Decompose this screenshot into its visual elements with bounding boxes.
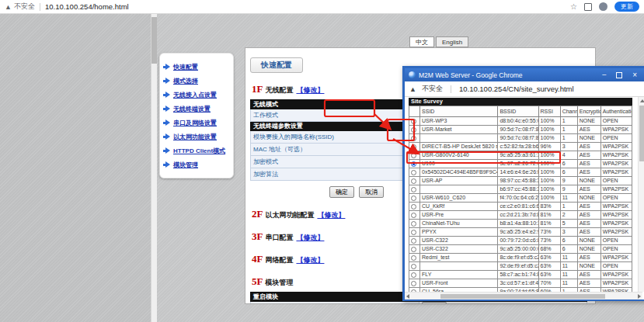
ok-button[interactable]: 确定 bbox=[329, 186, 354, 198]
popup-title: M2M Web Server - Google Chrome bbox=[419, 71, 523, 79]
divider bbox=[40, 3, 40, 11]
survey-row[interactable]: 90:5d:7c:08:f7:82100%1NONEOPEN bbox=[409, 134, 632, 143]
arrow-icon bbox=[163, 92, 171, 98]
address-url[interactable]: 10.10.100.254/home.html bbox=[45, 2, 129, 11]
tab-chinese[interactable]: 中文 bbox=[409, 36, 434, 47]
radio-unselected[interactable] bbox=[411, 281, 416, 286]
radio-unselected[interactable] bbox=[411, 255, 416, 261]
modify-link-serial[interactable]: 【修改】 bbox=[296, 233, 324, 243]
popup-addressbar: ▲ 不安全 10.10.100.254/CN/site_survey.html bbox=[405, 81, 644, 97]
cancel-button[interactable]: 取消 bbox=[359, 186, 384, 198]
scroll-left-arrow[interactable] bbox=[406, 294, 409, 299]
restart-button[interactable]: 重启 bbox=[422, 302, 447, 304]
radio-unselected[interactable] bbox=[411, 119, 416, 124]
survey-row[interactable]: Redmi_test8c:de:f9:ef:d5:c263%11AESWPA2P… bbox=[409, 254, 632, 262]
modify-link-ethernet[interactable]: 【修改】 bbox=[317, 210, 345, 220]
popup-horizontal-scrollbar[interactable] bbox=[405, 292, 642, 299]
col-authentication: Authentication bbox=[600, 106, 632, 117]
survey-row[interactable]: FLY58:c7:ac:b1:74:8663%11AESWPA2PSK bbox=[409, 271, 632, 279]
survey-row[interactable]: USR-Market90:5d:7c:08:f7:84100%1AESWPA2P… bbox=[409, 126, 632, 134]
scroll-right-arrow[interactable] bbox=[638, 294, 641, 299]
security-label: 不安全 bbox=[14, 2, 35, 12]
radio-unselected[interactable] bbox=[411, 178, 416, 184]
encryption-alg-label: 加密算法 bbox=[251, 168, 419, 181]
radio-unselected[interactable] bbox=[411, 196, 416, 201]
survey-row[interactable]: U1003c:67:a2:26:72:61100%6AESWPA2PSK bbox=[409, 160, 632, 168]
survey-row[interactable]: USR-Front3c:cd:57:e1:df:4770%11AESWPA2PS… bbox=[409, 279, 632, 288]
survey-row[interactable]: PPYX9c:a5:25:e4:e2:9473%3AESWPA2PSK bbox=[409, 228, 632, 237]
survey-row[interactable]: USR-C3229c:a5:25:00:00:0168%6NONEOPEN bbox=[409, 245, 632, 254]
radio-unselected[interactable] bbox=[411, 127, 416, 133]
survey-row[interactable]: USR-W610_C620f4:70:0c:64:c6:20100%11NONE… bbox=[409, 194, 632, 203]
modify-link-wireless[interactable]: 【修改】 bbox=[296, 85, 324, 95]
work-mode-label: 工作模式 bbox=[251, 109, 419, 122]
popup-titlebar[interactable]: M2M Web Server - Google Chrome – × bbox=[405, 68, 644, 81]
tab-english[interactable]: English bbox=[436, 36, 468, 47]
maximize-icon[interactable] bbox=[616, 72, 622, 78]
arrow-icon bbox=[163, 64, 171, 70]
modify-link-network[interactable]: 【修改】 bbox=[296, 255, 324, 265]
security-warning-icon: ▲ bbox=[5, 3, 12, 11]
scroll-up-arrow[interactable] bbox=[640, 99, 644, 102]
radio-unselected[interactable] bbox=[411, 144, 416, 150]
radio-unselected[interactable] bbox=[411, 170, 416, 175]
scrollbar-thumb[interactable] bbox=[639, 106, 644, 161]
survey-tbody: USR-WP3d8:b0:4c:e0:55:0c100%1NONEOPENUSR… bbox=[409, 117, 632, 300]
sidebar-item[interactable]: 无线接入点设置 bbox=[163, 88, 230, 102]
survey-row[interactable]: USR-AP98:97:cc:45:88:3d100%9NONEOPEN bbox=[409, 177, 632, 185]
scrollbar-thumb[interactable] bbox=[151, 17, 157, 64]
left-frame-scrollbar[interactable] bbox=[151, 14, 157, 322]
close-icon[interactable]: × bbox=[632, 71, 637, 79]
col-encryption: Encryption bbox=[577, 106, 600, 117]
page-title: 快速配置 bbox=[250, 57, 303, 73]
radio-unselected[interactable] bbox=[411, 272, 416, 278]
mac-label: MAC 地址（可选） bbox=[251, 144, 419, 156]
sidebar-item[interactable]: HTTPD Client模式 bbox=[163, 144, 230, 158]
bookmark-star-icon[interactable]: ☆ bbox=[570, 2, 577, 11]
radio-unselected[interactable] bbox=[411, 247, 416, 252]
radio-unselected[interactable] bbox=[411, 213, 416, 218]
radio-unselected[interactable] bbox=[411, 264, 416, 269]
sidebar-item[interactable]: 快速配置 bbox=[163, 60, 230, 74]
survey-row[interactable]: 92:de:f9:ef:d5:c263%11NONEOPEN bbox=[409, 262, 632, 271]
radio-unselected[interactable] bbox=[411, 136, 416, 141]
survey-table-title: Site Survey bbox=[409, 98, 632, 106]
popup-vertical-scrollbar[interactable] bbox=[638, 97, 644, 292]
sidebar-menu: 快速配置模式选择无线接入点设置无线终端设置串口及网络设置以太网功能设置HTTPD… bbox=[159, 53, 234, 178]
popup-url[interactable]: 10.10.100.254/CN/site_survey.html bbox=[459, 85, 574, 93]
col-bssid: BSSID bbox=[498, 106, 538, 117]
survey-row[interactable]: 0x54502D4C494E4B5FB9F9C4B3C8CB14:e6:e4:6… bbox=[409, 168, 632, 177]
restart-label: 重启模块 bbox=[251, 302, 419, 305]
survey-row[interactable]: CU_KkRfce:c2:e0:81:c6:6f83%1AESWPA2PSK bbox=[409, 203, 632, 211]
encryption-mode-label: 加密模式 bbox=[251, 156, 419, 168]
popup-content: Site Survey SSID BSSID RSSI Channel Encr… bbox=[405, 97, 644, 299]
col-ssid: SSID bbox=[420, 106, 498, 117]
sidebar-item[interactable]: 模式选择 bbox=[163, 74, 230, 88]
radio-unselected[interactable] bbox=[411, 238, 416, 244]
minimize-icon[interactable]: – bbox=[602, 71, 606, 78]
chrome-update-button[interactable]: 更新 bbox=[614, 2, 639, 12]
sidebar-item[interactable]: 以太网功能设置 bbox=[163, 130, 230, 144]
side-panel-icon[interactable] bbox=[584, 3, 592, 11]
survey-row[interactable]: USR-G800V2-61409c:a5:25:a3:61:3f100%4AES… bbox=[409, 151, 632, 160]
scrollbar-thumb[interactable] bbox=[440, 294, 605, 299]
sidebar-item[interactable]: 串口及网络设置 bbox=[163, 116, 230, 130]
survey-row[interactable]: USR-C32200:79:72:0d:c6:8373%6NONEOPEN bbox=[409, 237, 632, 245]
survey-row[interactable]: DIRECT-B5-HP DeskJet 5820 series 3c:52:8… bbox=[409, 143, 632, 151]
sidebar-item[interactable]: 模块管理 bbox=[163, 158, 230, 171]
ssid-label: 模块要接入的网络名称(SSID) bbox=[251, 131, 419, 144]
radio-column-header bbox=[409, 106, 420, 117]
security-label: 不安全 bbox=[422, 84, 443, 94]
radio-unselected[interactable] bbox=[411, 204, 416, 209]
survey-row[interactable]: ChinaNet-TUhub8:a1:4a:88:10:3981%5AESWPA… bbox=[409, 220, 632, 228]
radio-unselected[interactable] bbox=[411, 221, 416, 227]
radio-selected[interactable] bbox=[411, 161, 416, 167]
survey-row[interactable]: USR-Precc:2d:21:3b:7d:8181%2AESWPA2PSK bbox=[409, 211, 632, 220]
radio-unselected[interactable] bbox=[411, 230, 416, 235]
survey-row[interactable]: b6:97:cc:45:88:3d100%9AESWPA2PSK bbox=[409, 185, 632, 194]
profile-avatar[interactable] bbox=[599, 2, 607, 11]
survey-row[interactable]: USR-WP3d8:b0:4c:e0:55:0c100%1NONEOPEN bbox=[409, 117, 632, 126]
sidebar-item[interactable]: 无线终端设置 bbox=[163, 102, 230, 116]
radio-unselected[interactable] bbox=[411, 187, 416, 192]
radio-unselected[interactable] bbox=[411, 153, 416, 158]
